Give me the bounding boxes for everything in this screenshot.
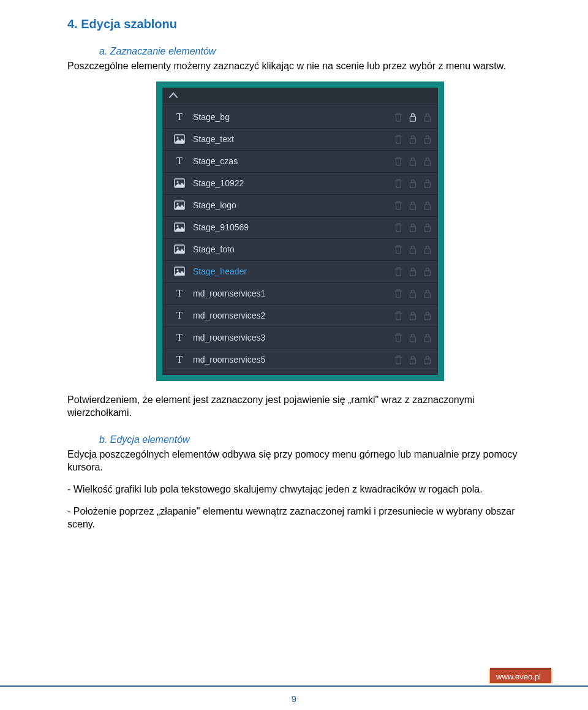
- trash-icon[interactable]: [394, 112, 402, 122]
- trash-icon[interactable]: [394, 266, 402, 276]
- layer-name-label: Stage_foto: [188, 244, 394, 254]
- chevron-up-icon: [168, 91, 432, 100]
- layer-action-icons: [394, 134, 432, 144]
- lock-secondary-icon[interactable]: [423, 112, 432, 122]
- lock-secondary-icon[interactable]: [423, 333, 432, 342]
- section-heading: 4. Edycja szablonu: [67, 17, 533, 31]
- layer-row[interactable]: Stage_text: [162, 129, 438, 151]
- svg-rect-5: [425, 138, 431, 143]
- layer-name-label: md_roomservices1: [188, 289, 394, 298]
- footer-site-badge: www.eveo.pl: [490, 668, 551, 683]
- trash-icon[interactable]: [394, 333, 402, 342]
- svg-rect-28: [410, 293, 416, 298]
- layer-row[interactable]: Tmd_roomservices5: [162, 349, 438, 371]
- lock-icon[interactable]: [409, 355, 417, 364]
- layer-row[interactable]: Stage_910569: [162, 217, 438, 239]
- svg-rect-32: [410, 337, 416, 342]
- lock-icon[interactable]: [409, 112, 417, 122]
- lock-icon[interactable]: [409, 200, 417, 210]
- layer-action-icons: [394, 112, 432, 122]
- svg-rect-31: [425, 315, 431, 320]
- layer-row[interactable]: TStage_czas: [162, 151, 438, 173]
- layer-row[interactable]: Stage_header: [162, 261, 438, 283]
- lock-secondary-icon[interactable]: [423, 289, 432, 298]
- text-layer-icon: T: [171, 288, 188, 299]
- lock-icon[interactable]: [409, 134, 417, 144]
- paragraph-confirm: Potwierdzeniem, że element jest zaznaczo…: [67, 393, 533, 420]
- lock-secondary-icon[interactable]: [423, 156, 432, 166]
- lock-icon[interactable]: [409, 156, 417, 166]
- svg-point-17: [176, 225, 178, 227]
- layer-action-icons: [394, 200, 432, 210]
- lock-icon[interactable]: [409, 222, 417, 232]
- layer-name-label: md_roomservices2: [188, 311, 394, 320]
- svg-rect-14: [410, 205, 416, 210]
- layer-row[interactable]: Tmd_roomservices3: [162, 327, 438, 349]
- trash-icon[interactable]: [394, 222, 402, 232]
- lock-secondary-icon[interactable]: [423, 134, 432, 144]
- trash-icon[interactable]: [394, 355, 402, 364]
- lock-icon[interactable]: [409, 178, 417, 188]
- layer-action-icons: [394, 178, 432, 188]
- layer-row[interactable]: Stage_10922: [162, 173, 438, 195]
- svg-rect-19: [425, 227, 431, 232]
- lock-icon[interactable]: [409, 289, 417, 298]
- paragraph-a: Poszczególne elementy możemy zaznaczyć k…: [67, 59, 533, 73]
- subheading-a: a. Zaznaczanie elementów: [99, 46, 533, 57]
- svg-rect-35: [425, 359, 431, 364]
- lock-secondary-icon[interactable]: [423, 266, 432, 276]
- layer-row[interactable]: Stage_logo: [162, 195, 438, 217]
- svg-rect-6: [410, 161, 416, 165]
- trash-icon[interactable]: [394, 289, 402, 298]
- trash-icon[interactable]: [394, 311, 402, 320]
- paragraph-b-line1: - Wielkość grafiki lub pola tekstowego s…: [67, 483, 533, 496]
- layer-action-icons: [394, 266, 432, 276]
- lock-secondary-icon[interactable]: [423, 222, 432, 232]
- trash-icon[interactable]: [394, 244, 402, 254]
- layers-panel: TStage_bgStage_textTStage_czasStage_1092…: [162, 88, 438, 375]
- layer-name-label: Stage_logo: [188, 200, 394, 210]
- layer-action-icons: [394, 333, 432, 342]
- svg-rect-18: [410, 227, 416, 232]
- trash-icon[interactable]: [394, 178, 402, 188]
- image-layer-icon: [171, 244, 188, 254]
- lock-secondary-icon[interactable]: [423, 355, 432, 364]
- layer-row[interactable]: Tmd_roomservices2: [162, 305, 438, 327]
- trash-icon[interactable]: [394, 134, 402, 144]
- image-layer-icon: [171, 200, 188, 210]
- lock-secondary-icon[interactable]: [423, 244, 432, 254]
- layer-action-icons: [394, 355, 432, 364]
- layers-panel-screenshot: TStage_bgStage_textTStage_czasStage_1092…: [156, 81, 444, 381]
- trash-icon[interactable]: [394, 200, 402, 210]
- paragraph-b-intro: Edycja poszczególnych elementów odbywa s…: [67, 448, 533, 474]
- svg-rect-34: [410, 359, 416, 364]
- layer-name-label: md_roomservices5: [188, 355, 394, 364]
- footer-rule: [0, 685, 588, 687]
- svg-rect-30: [410, 315, 416, 320]
- layer-action-icons: [394, 222, 432, 232]
- svg-rect-23: [425, 249, 431, 254]
- layer-name-label: Stage_10922: [188, 178, 394, 188]
- trash-icon[interactable]: [394, 156, 402, 166]
- lock-icon[interactable]: [409, 311, 417, 320]
- page-number: 9: [0, 693, 588, 704]
- svg-rect-33: [425, 337, 431, 342]
- lock-icon[interactable]: [409, 266, 417, 276]
- layer-row[interactable]: Tmd_roomservices1: [162, 283, 438, 305]
- lock-icon[interactable]: [409, 333, 417, 342]
- image-layer-icon: [171, 222, 188, 232]
- text-layer-icon: T: [171, 156, 188, 167]
- lock-icon[interactable]: [409, 244, 417, 254]
- svg-rect-0: [410, 116, 416, 121]
- layers-panel-collapse[interactable]: [162, 88, 438, 104]
- lock-secondary-icon[interactable]: [423, 311, 432, 320]
- lock-secondary-icon[interactable]: [423, 200, 432, 210]
- paragraph-b-line2: - Położenie poprzez „złapanie" elementu …: [67, 505, 533, 531]
- lock-secondary-icon[interactable]: [423, 178, 432, 188]
- layer-row[interactable]: TStage_bg: [162, 107, 438, 129]
- svg-rect-10: [410, 183, 416, 187]
- text-layer-icon: T: [171, 310, 188, 321]
- layer-row[interactable]: Stage_foto: [162, 239, 438, 261]
- svg-rect-22: [410, 249, 416, 254]
- image-layer-icon: [171, 134, 188, 144]
